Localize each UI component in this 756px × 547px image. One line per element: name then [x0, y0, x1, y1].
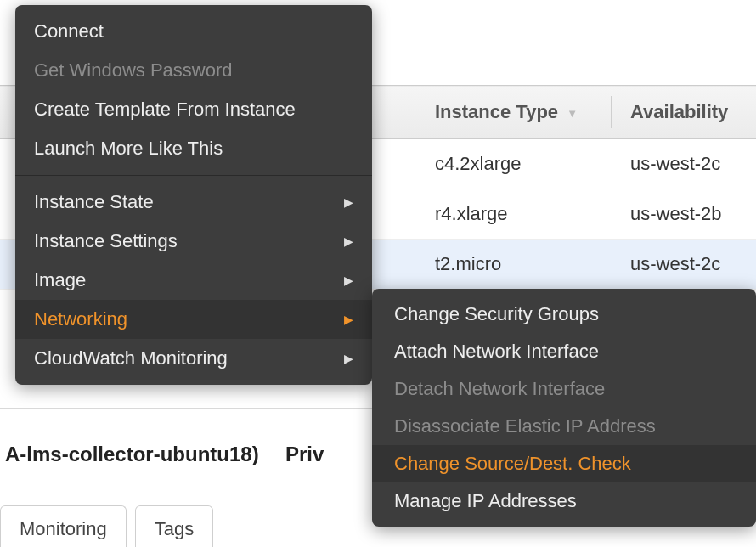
submenu-item-attach-network-interface[interactable]: Attach Network Interface [372, 333, 756, 370]
submenu-item-manage-ip-addresses[interactable]: Manage IP Addresses [372, 482, 756, 520]
menu-item-label: Connect [34, 20, 104, 42]
tab-label: Monitoring [20, 518, 107, 539]
tab-tags[interactable]: Tags [135, 505, 213, 547]
menu-item-label: Instance Settings [34, 230, 178, 252]
menu-item-connect[interactable]: Connect [15, 12, 372, 51]
tab-monitoring[interactable]: Monitoring [0, 505, 127, 547]
table-header-label: Instance Type [435, 101, 558, 122]
cell-availability-zone: us-west-2b [612, 189, 756, 240]
menu-item-label: Change Security Groups [394, 303, 599, 325]
sort-caret-icon: ▼ [567, 107, 578, 120]
table-header-availability-zone[interactable]: Availability [612, 86, 756, 139]
menu-item-create-template[interactable]: Create Template From Instance [15, 90, 372, 129]
cell-availability-zone: us-west-2c [612, 139, 756, 189]
menu-item-instance-state[interactable]: Instance State ▶ [15, 183, 372, 222]
menu-separator [15, 175, 372, 176]
submenu-item-detach-network-interface: Detach Network Interface [372, 370, 756, 408]
submenu-arrow-icon: ▶ [344, 195, 353, 209]
submenu-arrow-icon: ▶ [344, 274, 353, 287]
menu-item-networking[interactable]: Networking ▶ [15, 300, 372, 339]
table-header-label: Availability [630, 101, 728, 122]
menu-item-label: Networking [34, 308, 127, 330]
submenu-item-change-security-groups[interactable]: Change Security Groups [372, 296, 756, 333]
detail-tabs: Monitoring Tags [0, 505, 213, 547]
private-label-fragment: Priv [285, 443, 324, 466]
menu-item-label: Create Template From Instance [34, 99, 296, 121]
submenu-arrow-icon: ▶ [344, 352, 353, 365]
menu-item-label: Attach Network Interface [394, 341, 599, 363]
menu-item-label: Detach Network Interface [394, 378, 605, 400]
tab-label: Tags [155, 518, 194, 539]
cell-instance-type: c4.2xlarge [416, 139, 612, 189]
menu-item-image[interactable]: Image ▶ [15, 261, 372, 300]
table-header-instance-type[interactable]: Instance Type ▼ [416, 86, 612, 139]
menu-item-label: CloudWatch Monitoring [34, 347, 228, 369]
cell-instance-type: t2.micro [416, 240, 612, 290]
menu-item-label: Launch More Like This [34, 138, 223, 160]
instance-name-fragment: A-lms-collector-ubuntu18) [0, 443, 259, 466]
menu-item-label: Disassociate Elastic IP Address [394, 415, 656, 437]
menu-item-label: Manage IP Addresses [394, 490, 577, 512]
submenu-arrow-icon: ▶ [344, 234, 353, 248]
menu-item-label: Change Source/Dest. Check [394, 453, 631, 475]
submenu-item-disassociate-eip: Disassociate Elastic IP Address [372, 408, 756, 445]
cell-instance-type: r4.xlarge [416, 189, 612, 240]
menu-item-get-windows-password: Get Windows Password [15, 51, 372, 90]
menu-item-instance-settings[interactable]: Instance Settings ▶ [15, 222, 372, 261]
submenu-arrow-icon: ▶ [344, 313, 353, 326]
menu-item-label: Image [34, 269, 86, 291]
menu-item-launch-more[interactable]: Launch More Like This [15, 129, 372, 168]
cell-availability-zone: us-west-2c [612, 240, 756, 290]
submenu-item-change-source-dest-check[interactable]: Change Source/Dest. Check [372, 445, 756, 482]
menu-item-label: Get Windows Password [34, 59, 233, 82]
menu-item-cloudwatch[interactable]: CloudWatch Monitoring ▶ [15, 339, 372, 378]
networking-submenu: Change Security Groups Attach Network In… [372, 289, 756, 527]
menu-item-label: Instance State [34, 191, 154, 213]
context-menu: Connect Get Windows Password Create Temp… [15, 5, 372, 385]
